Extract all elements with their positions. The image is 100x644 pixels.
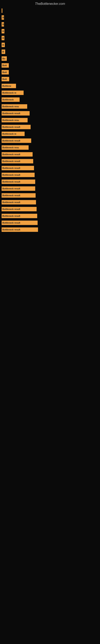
bar-label: Bottleneck result [1, 220, 38, 225]
bar-row: B [0, 34, 100, 42]
bar-row: Bottleneck result [0, 226, 100, 233]
bar-label: Bottleneck result [1, 214, 37, 218]
bar-label: B [1, 22, 4, 26]
bar-label: Bottleneck [1, 98, 20, 102]
bar-row: Bottleneck resu [0, 117, 100, 124]
bar-row: Bottleneck result [0, 164, 100, 172]
bar-row: Bottleneck result [0, 192, 100, 199]
bar-label: Bottleneck result [1, 200, 36, 204]
bar-label: B [1, 29, 4, 34]
bar-row: Bott [0, 69, 100, 76]
bar-row: Bott [0, 76, 100, 82]
bar-row: Bottleneck result [0, 124, 100, 130]
bar-label: Bottlene [1, 84, 16, 88]
bar-label: Bott [1, 77, 9, 81]
bar-row: B [0, 42, 100, 48]
bar-label: Bottleneck result [1, 207, 37, 211]
bar-row: B [0, 48, 100, 55]
bar-label: Bo [1, 56, 7, 61]
bar-row: B [0, 21, 100, 28]
bar-row: Bottleneck result [0, 158, 100, 164]
bar-label: B [1, 36, 4, 40]
bar-label: B [1, 43, 5, 47]
bar-row: Bottleneck result [0, 151, 100, 158]
bar-row: Bottleneck result [0, 219, 100, 226]
bar-row: B [0, 28, 100, 34]
bar-label: Bottleneck result [1, 159, 33, 164]
bar-label: Bottleneck result [1, 186, 35, 191]
bar-row [0, 7, 100, 14]
bar-row: Bottleneck result [0, 110, 100, 117]
bar-row: Bottleneck result [0, 199, 100, 206]
bar-row: Bottleneck result [0, 185, 100, 192]
bar-label: Bottleneck re [1, 132, 25, 136]
site-title: TheBottlenecker.com [0, 0, 100, 7]
bar-label: B [1, 15, 4, 20]
bar-row: Bottleneck result [0, 206, 100, 212]
bar-row: Bottleneck result [0, 172, 100, 178]
bar-row: B [0, 14, 100, 21]
bar-label [1, 8, 2, 13]
bar-label: Bott [1, 70, 9, 74]
bar-row: Bottlene [0, 82, 100, 89]
bar-label: Bottleneck result [1, 138, 31, 143]
bar-label: Bottleneck result [1, 111, 30, 116]
bar-label: Bottleneck result [1, 228, 38, 232]
bar-label: B [1, 50, 5, 54]
bar-label: Bottleneck resu [1, 104, 27, 109]
bar-row: Bottleneck result [0, 178, 100, 185]
bar-row: Bottleneck re [0, 89, 100, 96]
bar-label: Bottleneck resu [1, 145, 29, 150]
bar-label: Bottleneck result [1, 166, 34, 170]
bar-label: Bottleneck result [1, 152, 33, 156]
bar-label: Bottleneck result [1, 125, 31, 129]
bar-row: Bo [0, 55, 100, 62]
bar-row: Bottleneck result [0, 212, 100, 219]
bar-label: Bott [1, 63, 9, 68]
bar-label: Bottleneck result [1, 173, 35, 177]
bar-row: Bottleneck resu [0, 103, 100, 110]
bar-row: Bottleneck result [0, 137, 100, 144]
bar-row: Bottleneck [0, 96, 100, 103]
bar-row: Bott [0, 62, 100, 69]
bar-row: Bottleneck resu [0, 144, 100, 151]
bar-label: Bottleneck result [1, 193, 36, 198]
bar-row: Bottleneck re [0, 130, 100, 137]
bar-label: Bottleneck re [1, 90, 24, 95]
bar-label: Bottleneck result [1, 180, 35, 184]
bar-label: Bottleneck resu [1, 118, 28, 122]
